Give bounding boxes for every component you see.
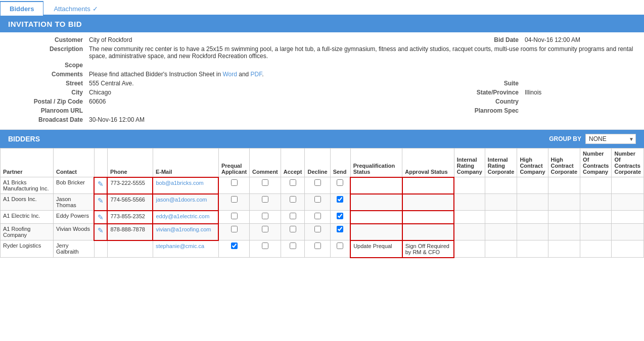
city-value: Chicago [89,89,444,96]
checkmark-icon: ✓ [93,5,98,13]
planroom-spec-label: Planroom Spec [444,107,525,114]
table-row: A1 Bricks Manufacturing Inc.Bob Bricker✎… [1,177,644,194]
phone-value: 773-855-2352 [110,213,145,219]
accept-checkbox[interactable] [290,242,296,249]
decline-checkbox[interactable] [314,242,321,249]
send-checkbox[interactable] [337,213,343,219]
planroom-url-label: Planroom URL [8,107,89,114]
tab-bidders[interactable]: Bidders [0,1,43,16]
table-row: Ryder LogisticsJerry Galbraithstephanie@… [1,240,644,258]
table-header-row: Partner Contact Phone E-Mail Prequal App… [1,149,644,177]
comment-checkbox[interactable] [262,242,268,249]
edit-icon[interactable]: ✎ [98,180,104,188]
comments-label: Comments [8,71,89,78]
email-link[interactable]: eddy@a1electric.com [156,213,209,219]
comments-value: Please find attached Bidder's Instructio… [89,71,636,78]
state-value: Illinois [525,89,636,96]
edit-icon[interactable]: ✎ [98,197,104,205]
group-by-select-wrapper[interactable]: NONE Partner Status ▼ [585,134,636,144]
phone-value: 773-222-5555 [110,180,145,186]
customer-value: City of Rockford [89,36,444,43]
partner-name: A1 Electric Inc. [3,213,40,219]
th-high-contract-co: High Contract Company [517,149,548,177]
table-row: A1 Doors Inc.Jason Thomas✎774-565-5566ja… [1,194,644,211]
comments-prefix: Please find attached Bidder's Instructio… [89,71,222,78]
approval-status-value: Sign Off Required by RM & CFO [405,243,449,255]
street-label: Street [8,80,89,87]
tab-attachments[interactable]: Attachments ✓ [44,2,107,16]
group-by-area: GROUP BY NONE Partner Status ▼ [549,134,636,144]
comment-checkbox[interactable] [262,213,268,219]
description-label: Description [8,45,89,60]
th-high-contract-corp: High Contract Corporate [548,149,580,177]
prequal-checkbox[interactable] [231,226,238,232]
th-phone: Phone [107,149,153,177]
th-int-rating-co: Internal Rating Company [454,149,485,177]
state-label: State/Province [444,89,525,96]
th-approval: Approval Status [402,149,454,177]
email-link[interactable]: stephanie@cmic.ca [156,243,204,249]
decline-checkbox[interactable] [314,179,321,186]
comment-checkbox[interactable] [262,226,268,232]
contact-name: Bob Bricker [56,179,85,185]
th-comment: Comment [250,149,281,177]
send-checkbox[interactable] [337,242,343,249]
th-accept: Accept [281,149,305,177]
table-row: A1 Roofing CompanyVivian Woods✎878-888-7… [1,224,644,240]
contact-name: Jerry Galbraith [56,242,79,255]
street-value: 555 Central Ave. [89,80,444,87]
customer-label: Customer [8,36,89,43]
group-by-select[interactable]: NONE Partner Status [585,134,636,144]
bidders-table: Partner Contact Phone E-Mail Prequal App… [0,148,644,258]
th-contact: Contact [54,149,95,177]
invitation-info: Customer City of Rockford Bid Date 04-No… [0,32,644,130]
edit-icon[interactable]: ✎ [98,213,104,221]
th-send: Send [330,149,350,177]
scope-value [89,62,636,69]
email-link[interactable]: bob@a1bricks.com [156,180,203,186]
email-link[interactable]: vivian@a1roofing.com [156,226,211,232]
word-link[interactable]: Word [222,71,237,78]
bidders-title: BIDDERS [8,135,40,143]
prequal-checkbox[interactable] [231,179,238,186]
table-row: A1 Electric Inc.Eddy Powers✎773-855-2352… [1,211,644,224]
postal-value: 60606 [89,98,444,105]
comment-checkbox[interactable] [262,179,268,186]
accept-checkbox[interactable] [290,213,296,219]
prequal-checkbox[interactable] [231,213,238,219]
send-checkbox[interactable] [337,179,343,186]
comment-checkbox[interactable] [262,196,268,203]
comments-suffix: . [262,71,263,78]
th-num-contracts-corp: Number Of Contracts Corporate [612,149,644,177]
edit-icon[interactable]: ✎ [98,226,104,234]
contact-name: Jason Thomas [56,196,76,208]
email-link[interactable]: jason@a1doors.com [156,197,207,203]
prequal-checkbox[interactable] [231,196,238,203]
planroom-spec-value [525,107,636,114]
contact-name: Vivian Woods [56,226,90,232]
send-checkbox[interactable] [337,196,343,203]
decline-checkbox[interactable] [314,196,321,203]
bid-date-label: Bid Date [444,36,525,43]
comments-and: and [237,71,251,78]
th-prequal: Prequal Applicant [218,149,249,177]
pdf-link[interactable]: PDF [251,71,262,78]
accept-checkbox[interactable] [290,196,296,203]
partner-name: A1 Bricks Manufacturing Inc. [3,179,49,191]
decline-checkbox[interactable] [314,226,321,232]
send-checkbox[interactable] [337,226,343,232]
suite-label: Suite [444,80,525,87]
postal-label: Postal / Zip Code [8,98,89,105]
accept-checkbox[interactable] [290,179,296,186]
prequal-checkbox[interactable] [231,242,238,249]
city-label: City [8,89,89,96]
bidders-header: BIDDERS GROUP BY NONE Partner Status ▼ [0,130,644,148]
broadcast-label: Broadcast Date [8,116,89,123]
planroom-url-value [89,107,444,114]
decline-checkbox[interactable] [314,213,321,219]
accept-checkbox[interactable] [290,226,296,232]
th-int-rating-corp: Internal Rating Corporate [485,149,517,177]
bid-date-value: 04-Nov-16 12:00 AM [525,36,636,43]
scope-label: Scope [8,62,89,69]
th-edit [94,149,107,177]
